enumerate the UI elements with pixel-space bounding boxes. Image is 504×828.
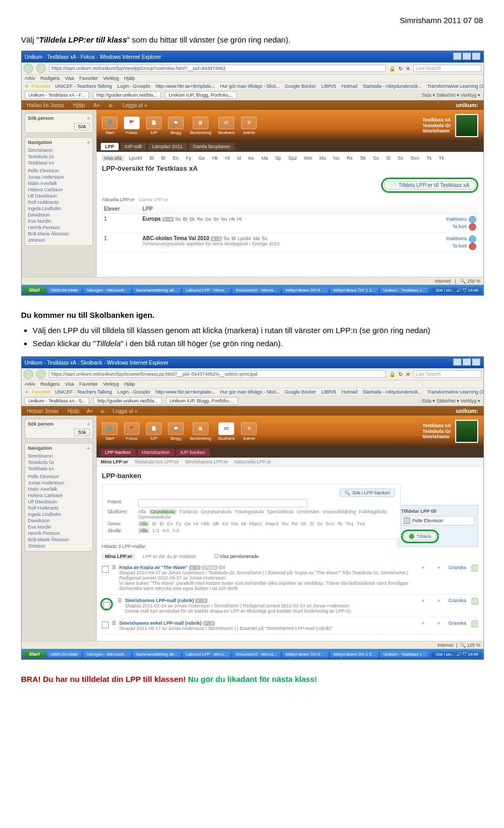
magnify-icon[interactable] [471, 565, 478, 572]
result-row-2: ☰ Simrishamns enkel LPP-mall (rubrik) F … [102, 617, 478, 635]
footer-line: BRA! Du har nu tilldelat din LPP till kl… [21, 674, 483, 685]
highlight-ring-3 [100, 598, 113, 610]
page-title: LPP-översikt för Testklass xA [102, 164, 478, 172]
highlight-ring-1: 📄 Tilldela LPP:er till Testklass xA [381, 178, 478, 193]
tilldela-panel: Tilldelar LPP till Pelle Elevsson Tillde… [397, 505, 478, 547]
result-row-0: ☰ Kopia av Kopia av "The Wave" 8 - 9 LPO… [102, 562, 478, 595]
sok-person-title: Sök person« [28, 116, 90, 121]
assign-lpp-button[interactable]: 📄 Tilldela LPP:er till Testklass xA [384, 181, 475, 190]
filter-box: 🔍 Sök i LPP-banken Fritext: Skolform:All… [102, 484, 401, 540]
star-icon[interactable]: ★ [25, 84, 29, 89]
result-row-1: ☰ Simrishamns LPP-mall (rubrik) F - 9 Sk… [102, 595, 478, 617]
lpp-table: EleverLPP 1 Europa 5 - 6 SoBlSkReGeSvNoH… [102, 204, 478, 253]
subtabs: LPP IUP-mål Läroplan 2011 Gamla läroplan… [97, 141, 484, 152]
start-button[interactable]: Start [24, 286, 45, 294]
hello-user: Hallau ka Jonas [27, 102, 64, 108]
back-button[interactable] [24, 64, 33, 73]
favorites-bar: ★Favoriter UNICEF - Teachers TalkingLogi… [22, 82, 484, 90]
table-row: 1 Europa 5 - 6 SoBlSkReGeSvNoHkHl Inakti… [102, 214, 478, 233]
fritext-input[interactable] [138, 499, 307, 508]
page-title-2: LPP-banken [102, 472, 478, 480]
nav-skolbank[interactable]: 🗃Skolbank [217, 117, 235, 135]
select-checkbox-highlighted[interactable] [103, 602, 110, 609]
header-date: Simrishamn 2011 07 08 [21, 16, 483, 25]
app-topbar: Hallau ka Jonas Hjälp A+ a- Logga ut » u… [22, 100, 484, 110]
window-titlebar: Unikum - Testklass xA - Fokus - Windows … [22, 51, 484, 63]
select-checkbox[interactable] [102, 566, 109, 573]
mid-heading: Du kommer nu till Skolbanken igen. [21, 309, 483, 320]
nav-bedomning[interactable]: ▦Bedömning [190, 117, 211, 135]
address-bar: https://start.unikum.net/unikum/lpp/view… [22, 63, 484, 75]
highlight-ring-2: Tilldela [401, 530, 439, 543]
window-buttons[interactable] [452, 53, 480, 61]
nav-iup[interactable]: 📄IUP [146, 117, 162, 135]
nav-blogg[interactable]: 💬Blogg [168, 117, 184, 135]
nav-start[interactable]: 🌐Start [102, 117, 118, 135]
screenshot-1: Unikum - Testklass xA - Fokus - Windows … [21, 50, 484, 296]
nav-fokus[interactable]: 🚩Fokus [124, 117, 140, 135]
table-row: 1 ABC-skolan Tema Val 2010 8 - 9 SoBlLpo… [102, 233, 478, 253]
tilldela-button[interactable]: Tilldela [404, 533, 436, 540]
class-label: Testklass xATestskola GrSimrishamn [423, 114, 478, 137]
avatar [455, 114, 478, 137]
checkbox-icon[interactable] [404, 518, 410, 524]
window-title: Unikum - Testklass xA - Fokus - Windows … [25, 54, 161, 60]
hero-nav: 🌐Start 🚩Fokus 📄IUP 💬Blogg ▦Bedömning 🗃Sk… [97, 110, 484, 141]
sidebar: Sök person« Sök Navigation« Simrishamn T… [22, 110, 97, 277]
forward-button[interactable] [36, 64, 46, 73]
nav-admin[interactable]: ⚙Admin [241, 117, 257, 135]
tab-lpp[interactable]: LPP [101, 143, 119, 150]
sok-button[interactable]: Sök [74, 123, 90, 130]
navigation-title: Navigation« [28, 140, 90, 145]
live-search[interactable]: Live Search [413, 65, 481, 72]
bullet-list: Välj den LPP du vill tilldela till klass… [33, 325, 483, 349]
brand-logo: unikum: [456, 102, 478, 108]
breadcrumb: Simrishamn Testskola Gr Testklass xA [28, 147, 90, 166]
tab-row: Unikum - Testklass xA - F... http://guid… [22, 90, 484, 100]
subject-chips: Visa alla Lpo94BlBlEnFyGeHkHlIdKeMaSpSp2… [102, 155, 478, 161]
screenshot-2: Unikum - Testklass xA - Skolbank - Windo… [21, 356, 484, 660]
nav-skolbank-active[interactable]: 🗃Skolbank [217, 422, 235, 441]
browser-tab-0[interactable]: Unikum - Testklass xA - F... [25, 91, 89, 99]
ie-menu[interactable]: ArkivRedigeraVisaFavoriterVerktygHjälp [22, 75, 484, 82]
taskbar: Start UNIKUM-bilderInkorgen - Microsoft.… [22, 285, 484, 295]
student-list: Pelle Elevsson Jonas Andersson Malin Ave… [28, 168, 90, 243]
system-tray[interactable]: Sök i skr... 🔊 🛡 19:46 [432, 287, 481, 293]
status-bar: Internet | 🔍 150 % [22, 277, 484, 285]
url-field[interactable]: https://start.unikum.net/unikum/lpp/view… [49, 65, 386, 72]
search-lpp-button[interactable]: 🔍 Sök i LPP-banken [340, 489, 395, 497]
intro-paragraph: Välj "Tilldela LPP:er till klass" som du… [21, 34, 483, 45]
